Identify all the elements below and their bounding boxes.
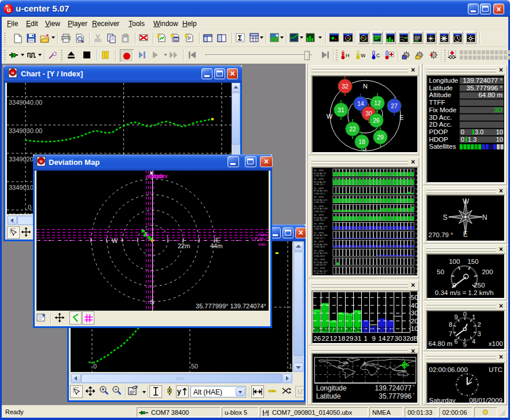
svg-text:12: 12	[330, 335, 337, 342]
svg-text:50: 50	[411, 294, 418, 301]
svg-text:dB: dB	[416, 263, 418, 266]
svg-text:C/N0 37.7: C/N0 37.7	[314, 237, 325, 240]
svg-text:64.80 m: 64.80 m	[478, 91, 502, 98]
svg-text:30: 30	[395, 335, 402, 342]
svg-text:9: 9	[454, 314, 458, 320]
svg-text:31: 31	[338, 326, 345, 333]
svg-text:C/N0 36.6: C/N0 36.6	[314, 227, 325, 230]
svg-text:250: 250	[474, 282, 485, 289]
svg-text:10: 10	[289, 363, 292, 370]
svg-text:21: 21	[387, 326, 394, 333]
svg-text:21: 21	[330, 326, 337, 333]
svg-text:27: 27	[387, 335, 394, 342]
svg-text:139.724077: 139.724077	[375, 384, 412, 392]
svg-text:10: 10	[496, 136, 503, 143]
svg-text:100: 100	[449, 258, 460, 265]
svg-text:dB: dB	[416, 272, 418, 275]
svg-text:C/N0 38.8: C/N0 38.8	[314, 245, 325, 248]
svg-text:01: 01	[174, 38, 178, 42]
svg-text:31: 31	[337, 106, 344, 113]
svg-text:PDOP: PDOP	[429, 128, 448, 135]
svg-text:1.3: 1.3	[468, 136, 476, 143]
svg-text:H: H	[346, 53, 350, 58]
svg-text:10: 10	[496, 128, 503, 135]
svg-text:50: 50	[416, 187, 418, 190]
svg-text:3: 3	[478, 330, 481, 337]
svg-text:W: W	[112, 237, 118, 244]
svg-text:W: W	[326, 113, 333, 120]
svg-text:C/N0 32.2: C/N0 32.2	[314, 192, 325, 195]
svg-text:50: 50	[416, 232, 418, 235]
svg-text:C: C	[376, 53, 380, 58]
svg-text:270.79 °: 270.79 °	[428, 231, 453, 238]
svg-text:S: S	[443, 213, 447, 222]
svg-text:31: 31	[354, 335, 362, 342]
svg-text:22: 22	[349, 126, 356, 132]
svg-text:12: 12	[374, 100, 381, 106]
svg-text:Saturday: Saturday	[429, 397, 456, 404]
svg-text:35: 35	[314, 326, 321, 333]
svg-text:°: °	[413, 392, 414, 397]
svg-text:C/N0 33.3: C/N0 33.3	[314, 201, 325, 204]
svg-text:dB: dB	[416, 245, 418, 248]
svg-text:E: E	[399, 114, 403, 121]
svg-text:26: 26	[314, 335, 321, 342]
svg-text:dev: dev	[258, 237, 266, 242]
svg-text:35.777996: 35.777996	[379, 392, 412, 400]
svg-text:200: 200	[482, 268, 493, 275]
svg-text:Latitude: Latitude	[429, 84, 453, 91]
svg-text:22: 22	[322, 335, 329, 342]
svg-text:Altitude: Altitude	[429, 91, 451, 98]
svg-text:S: S	[150, 299, 154, 305]
svg-text:40: 40	[411, 302, 418, 309]
svg-text:50: 50	[191, 363, 198, 370]
svg-text:50: 50	[416, 250, 418, 253]
svg-text:9: 9	[372, 335, 376, 342]
svg-text:Longitude: Longitude	[316, 384, 347, 392]
svg-text:50: 50	[416, 196, 418, 199]
svg-text:02:00:06.000: 02:00:06.000	[429, 366, 468, 373]
svg-text:C/N0 31.1: C/N0 31.1	[314, 183, 325, 186]
svg-text:min: min	[258, 242, 266, 247]
svg-text:20: 20	[411, 318, 418, 325]
svg-text:Latitude: Latitude	[316, 392, 341, 400]
svg-text:→Y: →Y	[250, 236, 258, 241]
svg-text:dB: dB	[416, 255, 418, 257]
svg-text:10: 10	[411, 325, 418, 332]
svg-text:18: 18	[358, 138, 365, 145]
svg-text:HDOP: HDOP	[429, 136, 449, 143]
svg-text:50: 50	[416, 205, 418, 208]
svg-text:Satellites: Satellites	[429, 143, 456, 150]
svg-text:5: 5	[463, 341, 467, 348]
svg-text:43: 43	[322, 326, 329, 333]
svg-text:44m: 44m	[210, 242, 222, 249]
svg-text:0: 0	[93, 363, 97, 370]
svg-text:dB: dB	[416, 192, 418, 195]
svg-text:C/N0 39.9: C/N0 39.9	[314, 255, 325, 257]
svg-text:35.777999° 139.724074°: 35.777999° 139.724074°	[196, 303, 266, 310]
svg-text:34: 34	[354, 326, 361, 333]
svg-text:30: 30	[411, 310, 418, 316]
svg-text:3349040.00: 3349040.00	[9, 99, 42, 106]
svg-text:35.777996 °: 35.777996 °	[467, 84, 502, 91]
svg-text:y: y	[177, 388, 181, 396]
svg-text:C/N0 41.11: C/N0 41.11	[314, 272, 326, 275]
svg-text:7: 7	[449, 330, 452, 337]
svg-text:dB: dB	[416, 174, 418, 177]
svg-text:139.724077 °: 139.724077 °	[463, 77, 502, 84]
svg-text:64.80 m: 64.80 m	[428, 340, 453, 347]
svg-text:26: 26	[373, 117, 380, 124]
svg-text:8: 8	[449, 321, 452, 328]
svg-text:30: 30	[346, 326, 353, 333]
svg-text:Σ: Σ	[238, 34, 242, 42]
svg-text:29: 29	[377, 134, 384, 141]
svg-text:13: 13	[370, 326, 377, 333]
svg-text:50: 50	[416, 241, 418, 244]
svg-text:6: 6	[454, 338, 458, 345]
svg-text:3349030.00: 3349030.00	[9, 127, 42, 134]
svg-text:50: 50	[416, 214, 418, 217]
svg-text:4: 4	[472, 338, 475, 345]
svg-text:50: 50	[416, 259, 418, 261]
svg-text:C/N0 35.5: C/N0 35.5	[314, 219, 325, 222]
svg-text:50: 50	[416, 223, 418, 226]
